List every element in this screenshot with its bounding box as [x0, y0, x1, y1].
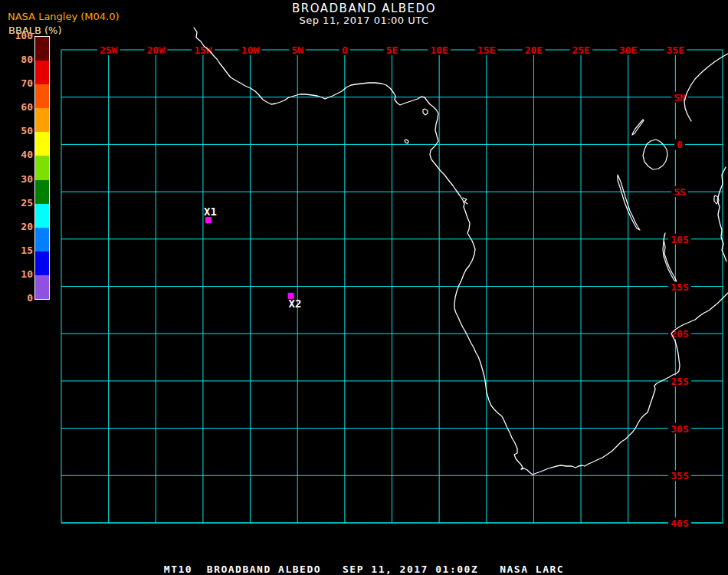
lon-tick-label: 15E — [477, 44, 495, 56]
site-marker-label: X1 — [204, 205, 217, 218]
lat-tick-label: 40S — [671, 518, 689, 529]
coastline — [194, 28, 728, 475]
app-canvas: BROADBAND ALBEDO Sep 11, 2017 01:00 UTC … — [0, 0, 728, 575]
lake-outline — [405, 140, 408, 143]
lat-tick-label: 25S — [671, 376, 689, 387]
coastline — [684, 54, 728, 121]
lat-tick-label: 10S — [671, 234, 689, 245]
lake-outline — [643, 140, 667, 169]
lon-tick-label: 20E — [525, 44, 543, 56]
lon-tick-label: 10E — [430, 44, 448, 56]
lake-outline — [618, 175, 640, 230]
lon-tick-label: 25W — [100, 44, 118, 56]
coastline — [717, 167, 726, 261]
site-marker — [205, 217, 212, 223]
lake-outline — [423, 109, 428, 115]
lon-tick-label: 25E — [572, 44, 589, 56]
lat-tick-label: 35S — [671, 470, 689, 481]
lat-tick-label: 15S — [671, 281, 689, 293]
footer-status-line: MT10 BROADBAND ALBEDO SEP 11, 2017 01:00… — [0, 564, 728, 575]
map-plot: 25W20W15W10W5W05E10E15E20E25E30E35E5N05S… — [0, 0, 728, 575]
lat-tick-label: 30S — [671, 423, 689, 435]
lon-tick-label: 5W — [291, 44, 303, 56]
lon-tick-label: 10W — [241, 44, 260, 56]
lat-tick-label: 0 — [677, 139, 683, 150]
lon-tick-label: 5E — [386, 44, 398, 56]
lon-tick-label: 30E — [619, 44, 637, 56]
site-marker-label: X2 — [289, 297, 302, 310]
lake-outline — [632, 120, 644, 135]
lon-tick-label: 35E — [667, 44, 684, 56]
lat-tick-label: 5S — [674, 186, 686, 198]
lon-tick-label: 0 — [342, 44, 348, 56]
lon-tick-label: 20W — [147, 44, 166, 56]
